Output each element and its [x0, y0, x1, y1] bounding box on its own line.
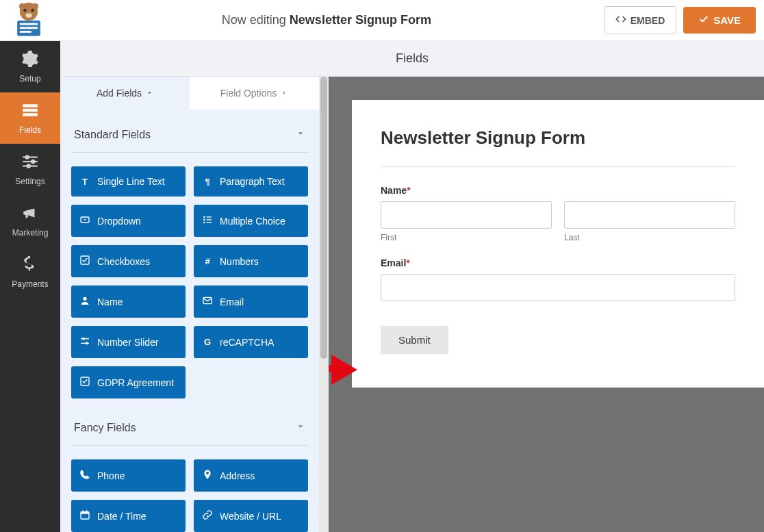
scrollbar-thumb[interactable]: [320, 77, 327, 359]
field-label: Single Line Text: [97, 176, 165, 187]
submit-label: Submit: [398, 334, 431, 346]
sidebar-item-settings[interactable]: Settings: [0, 144, 60, 195]
sidebar-item-marketing[interactable]: Marketing: [0, 195, 60, 246]
sidebar-nav: Setup Fields Settings Marketing Payments: [0, 41, 60, 532]
tab-field-options[interactable]: Field Options: [190, 77, 319, 110]
field-label: Website / URL: [220, 511, 281, 522]
svg-point-24: [203, 222, 205, 224]
sidebar-item-label: Marketing: [12, 228, 49, 238]
workspace: Fields Add Fields Field Options: [60, 41, 764, 532]
check-icon: [79, 255, 90, 268]
field-label: Dropdown: [97, 216, 141, 227]
fields-panel: Add Fields Field Options Standard Fields: [60, 77, 329, 532]
field-single-line-text[interactable]: TSingle Line Text: [71, 166, 186, 197]
save-label: SAVE: [713, 14, 741, 26]
label-text: Name: [381, 185, 407, 196]
sliders-icon: [21, 153, 39, 173]
field-label: Numbers: [220, 256, 259, 267]
field-email[interactable]: Email: [194, 286, 308, 318]
group-fancy-fields: Fancy Fields Phone Address Date / Time W…: [60, 403, 319, 532]
field-date-time[interactable]: Date / Time: [71, 500, 186, 532]
field-dropdown[interactable]: Dropdown: [71, 205, 186, 237]
form-title: Newsletter Signup Form: [381, 127, 735, 149]
phone-icon: [79, 469, 90, 482]
embed-button[interactable]: EMBED: [604, 6, 677, 34]
form-icon: [21, 101, 39, 121]
calendar-icon: [79, 509, 90, 522]
field-name[interactable]: Name: [71, 286, 186, 318]
svg-point-14: [25, 155, 29, 160]
sidebar-item-label: Settings: [15, 177, 44, 186]
email-row: [381, 274, 735, 301]
chevron-down-icon: [146, 88, 153, 99]
field-label: Email: [220, 296, 244, 307]
field-checkboxes[interactable]: Checkboxes: [71, 245, 186, 277]
svg-point-1: [19, 3, 25, 9]
field-address[interactable]: Address: [194, 459, 308, 492]
top-bar: Now editing Newsletter Signup Form EMBED…: [0, 0, 764, 41]
section-header-label: Fields: [396, 51, 429, 66]
field-number-slider[interactable]: Number Slider: [71, 326, 186, 358]
field-website-url[interactable]: Website / URL: [194, 500, 308, 532]
link-icon: [202, 509, 213, 522]
sidebar-item-fields[interactable]: Fields: [0, 92, 60, 144]
chevron-right-icon: [281, 88, 288, 99]
field-label: reCAPTCHA: [220, 337, 274, 348]
required-mark: *: [406, 257, 409, 268]
main-area: Setup Fields Settings Marketing Payments…: [0, 41, 764, 532]
divider: [381, 166, 735, 167]
field-multiple-choice[interactable]: Multiple Choice: [194, 205, 308, 237]
list-icon: [202, 214, 213, 227]
field-label: Date / Time: [97, 511, 147, 522]
fields-scroll[interactable]: Add Fields Field Options Standard Fields: [60, 77, 319, 532]
google-icon: G: [202, 337, 213, 348]
last-sublabel: Last: [564, 233, 735, 242]
section-header: Fields: [60, 41, 764, 77]
name-label: Name*: [381, 185, 735, 196]
svg-rect-9: [20, 31, 31, 33]
group-toggle-fancy[interactable]: Fancy Fields: [71, 412, 308, 446]
field-numbers[interactable]: #Numbers: [194, 245, 308, 277]
svg-point-18: [27, 164, 31, 168]
sidebar-item-payments[interactable]: Payments: [0, 246, 60, 298]
field-recaptcha[interactable]: GreCAPTCHA: [194, 326, 308, 358]
submit-button[interactable]: Submit: [381, 326, 448, 354]
tab-label: Field Options: [220, 88, 277, 99]
dropdown-icon: [79, 214, 90, 227]
chevron-down-icon: [296, 129, 305, 141]
field-gdpr-agreement[interactable]: GDPR Agreement: [71, 366, 186, 398]
scrollbar[interactable]: [319, 77, 329, 532]
megaphone-icon: [21, 204, 39, 224]
svg-point-20: [203, 216, 205, 218]
embed-label: EMBED: [631, 15, 665, 26]
save-button[interactable]: SAVE: [683, 7, 756, 34]
svg-rect-21: [207, 216, 212, 217]
editing-title: Now editing Newsletter Signup Form: [49, 13, 604, 27]
svg-point-16: [31, 160, 36, 164]
group-toggle-standard[interactable]: Standard Fields: [71, 119, 308, 153]
panel-tabs: Add Fields Field Options: [60, 77, 319, 110]
sidebar-item-label: Setup: [19, 74, 40, 84]
content-row: Add Fields Field Options Standard Fields: [60, 77, 764, 532]
tab-label: Add Fields: [97, 88, 142, 99]
field-label: Phone: [97, 470, 125, 481]
first-name-input[interactable]: [381, 201, 552, 229]
code-icon: [615, 14, 626, 27]
email-input[interactable]: [381, 274, 735, 301]
svg-rect-15: [23, 161, 38, 162]
svg-point-32: [86, 342, 88, 344]
user-icon: [79, 295, 90, 308]
app-logo: [8, 3, 49, 38]
field-grid-fancy: Phone Address Date / Time Website / URL: [71, 446, 308, 532]
svg-point-4: [31, 8, 34, 12]
field-phone[interactable]: Phone: [71, 459, 186, 492]
field-label: GDPR Agreement: [97, 377, 174, 388]
text-icon: T: [79, 176, 90, 187]
field-label: Number Slider: [97, 337, 158, 348]
sidebar-item-setup[interactable]: Setup: [0, 41, 60, 92]
tab-add-fields[interactable]: Add Fields: [60, 77, 190, 110]
last-name-input[interactable]: [564, 201, 735, 229]
form-preview-card: Newsletter Signup Form Name* First Last: [352, 100, 764, 388]
svg-point-3: [23, 8, 27, 12]
field-paragraph-text[interactable]: ¶Paragraph Text: [194, 166, 308, 197]
